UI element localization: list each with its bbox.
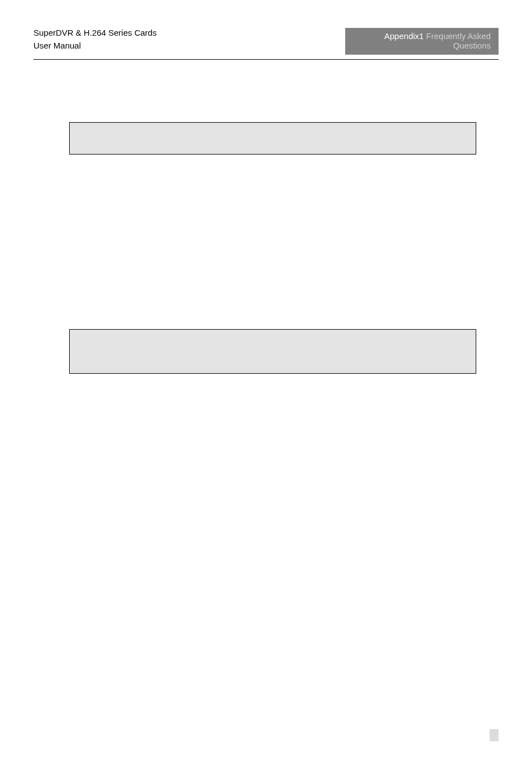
page-number-marker bbox=[490, 729, 499, 741]
page-container: SuperDVR & H.264 Series Cards User Manua… bbox=[0, 0, 532, 772]
appendix-prefix: Appendix1 bbox=[384, 31, 424, 41]
document-type: User Manual bbox=[33, 41, 157, 50]
content-area bbox=[33, 122, 499, 374]
appendix-label: Appendix1 Frequently Asked bbox=[353, 31, 491, 41]
page-header: SuperDVR & H.264 Series Cards User Manua… bbox=[33, 28, 499, 60]
product-title: SuperDVR & H.264 Series Cards bbox=[33, 28, 157, 37]
content-box-2 bbox=[69, 329, 476, 374]
content-box-1 bbox=[69, 122, 476, 155]
header-left: SuperDVR & H.264 Series Cards User Manua… bbox=[33, 28, 157, 50]
appendix-subtitle: Questions bbox=[353, 41, 491, 50]
appendix-suffix: Frequently Asked bbox=[424, 31, 491, 41]
header-right: Appendix1 Frequently Asked Questions bbox=[345, 28, 499, 55]
